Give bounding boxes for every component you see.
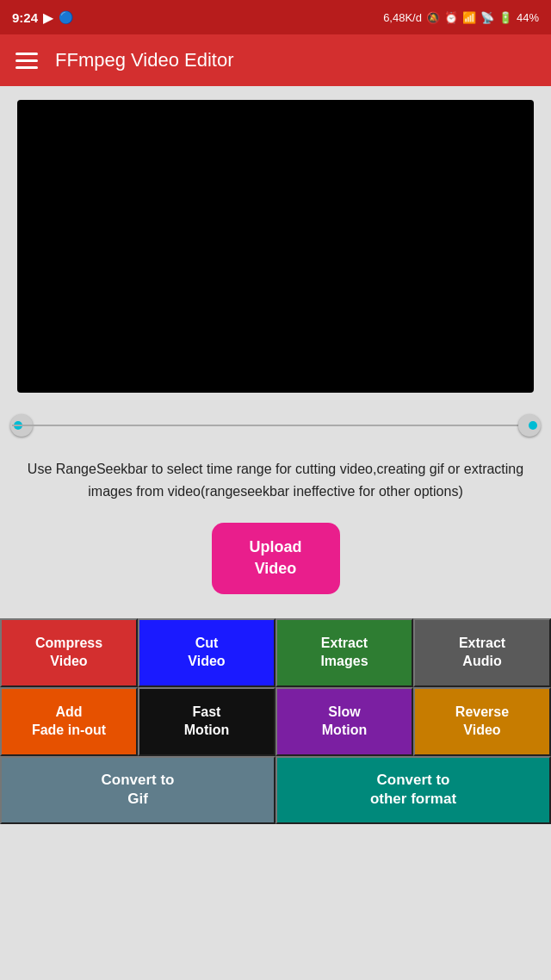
compress-video-button[interactable]: CompressVideo <box>0 618 138 687</box>
wifi-icon: 📶 <box>462 11 476 24</box>
network-speed: 6,48K/d <box>383 11 422 24</box>
status-left: 9:24 ▶ 🔵 <box>12 9 73 26</box>
upload-video-button[interactable]: UploadVideo <box>212 523 340 593</box>
seekbar-track[interactable] <box>12 425 539 426</box>
bottom-grid: Convert toGif Convert toother format <box>0 756 551 824</box>
cut-video-button[interactable]: CutVideo <box>138 618 276 687</box>
status-right: 6,48K/d 🔕 ⏰ 📶 📡 🔋 44% <box>383 11 539 24</box>
convert-to-gif-button[interactable]: Convert toGif <box>0 756 276 824</box>
instruction-text: Use RangeSeekbar to select time range fo… <box>0 441 551 523</box>
reverse-video-button[interactable]: ReverseVideo <box>413 687 551 756</box>
battery-icon: 🔋 <box>498 11 512 24</box>
mute-icon: 🔕 <box>426 11 440 24</box>
battery-level: 44% <box>517 11 539 24</box>
play-store-icon: ▶ <box>43 9 53 26</box>
signal-icon: 📡 <box>480 11 494 24</box>
extract-images-button[interactable]: ExtractImages <box>276 618 413 687</box>
range-seekbar[interactable] <box>12 410 539 441</box>
video-player[interactable] <box>17 100 534 393</box>
seekbar-dot-right <box>529 421 537 430</box>
app-bar: FFmpeg Video Editor <box>0 34 551 86</box>
status-bar: 9:24 ▶ 🔵 6,48K/d 🔕 ⏰ 📶 📡 🔋 44% <box>0 0 551 34</box>
extract-audio-button[interactable]: ExtractAudio <box>413 618 551 687</box>
app-icon-2: 🔵 <box>59 10 73 24</box>
convert-to-other-format-button[interactable]: Convert toother format <box>276 756 551 824</box>
add-fade-button[interactable]: AddFade in-out <box>0 687 138 756</box>
status-time: 9:24 <box>12 10 38 25</box>
menu-button[interactable] <box>15 53 38 69</box>
alarm-icon: ⏰ <box>444 11 458 24</box>
slow-motion-button[interactable]: SlowMotion <box>276 687 413 756</box>
fast-motion-button[interactable]: FastMotion <box>138 687 276 756</box>
action-grid: CompressVideo CutVideo ExtractImages Ext… <box>0 618 551 756</box>
seekbar-handle-right[interactable] <box>518 414 541 437</box>
app-title: FFmpeg Video Editor <box>55 49 233 71</box>
upload-btn-container: UploadVideo <box>0 523 551 593</box>
